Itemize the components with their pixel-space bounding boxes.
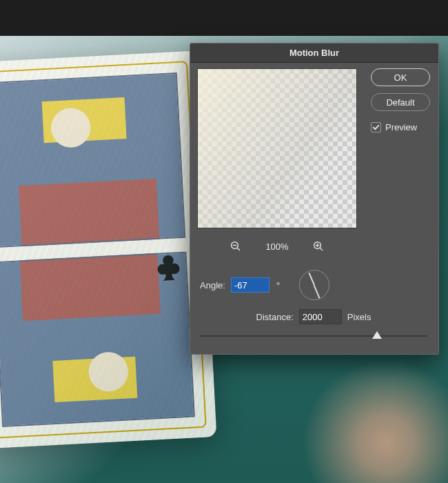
preview-label: Preview — [385, 122, 417, 132]
angle-dial[interactable] — [299, 270, 329, 300]
motion-blur-dialog: Motion Blur OK Default Preview 100% — [190, 43, 439, 355]
preview-toggle[interactable]: Preview — [371, 122, 430, 132]
slider-thumb[interactable] — [372, 331, 382, 339]
angle-needle — [309, 273, 315, 286]
ok-button[interactable]: OK — [371, 68, 430, 86]
card-art-top — [0, 72, 185, 248]
playing-card — [0, 50, 216, 448]
filter-preview[interactable] — [197, 68, 357, 228]
dialog-button-column: OK Default Preview — [371, 68, 430, 132]
default-button-label: Default — [386, 97, 414, 108]
angle-needle — [314, 285, 320, 298]
preview-checkbox[interactable] — [371, 122, 381, 132]
checkmark-icon — [372, 124, 380, 131]
dialog-title: Motion Blur — [289, 48, 339, 58]
zoom-level: 100% — [265, 241, 288, 252]
slider-track — [200, 335, 427, 337]
angle-input[interactable] — [231, 277, 269, 293]
angle-label: Angle: — [200, 280, 225, 290]
distance-row: Distance: Pixels — [200, 308, 427, 325]
svg-line-4 — [320, 248, 323, 250]
angle-unit: ° — [276, 280, 280, 290]
svg-line-1 — [238, 248, 241, 250]
default-button[interactable]: Default — [371, 93, 430, 111]
ok-button-label: OK — [394, 72, 407, 83]
club-suit-icon — [152, 252, 185, 285]
distance-label: Distance: — [256, 312, 294, 322]
zoom-out-icon[interactable] — [230, 240, 242, 253]
distance-unit: Pixels — [347, 312, 371, 322]
preview-zoom-controls: 100% — [197, 237, 357, 256]
distance-input[interactable] — [299, 309, 342, 324]
app-topbar — [0, 0, 448, 36]
dialog-body: OK Default Preview 100% Angle: — [190, 63, 438, 354]
dialog-titlebar[interactable]: Motion Blur — [190, 43, 438, 63]
angle-row: Angle: ° — [200, 268, 427, 302]
distance-slider[interactable] — [200, 329, 427, 343]
zoom-in-icon[interactable] — [312, 240, 325, 253]
